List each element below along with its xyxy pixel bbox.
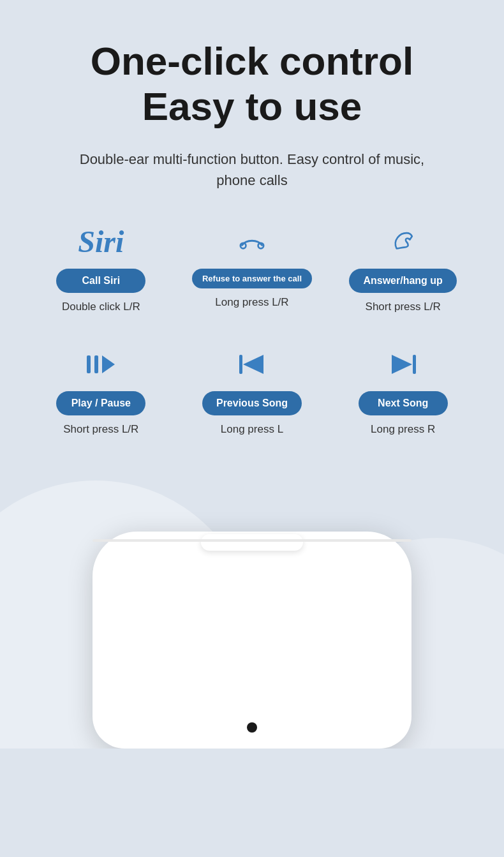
play-pause-desc: Short press L/R	[63, 423, 138, 436]
prev-song-badge: Previous Song	[202, 391, 302, 415]
control-item-prev: Previous Song Long press L	[188, 345, 316, 436]
earbuds-area	[0, 468, 504, 749]
svg-point-0	[241, 242, 246, 248]
prev-song-icon	[233, 345, 271, 384]
main-title: One-click control Easy to use	[91, 38, 413, 130]
call-siri-desc: Double click L/R	[62, 301, 140, 313]
next-song-icon	[384, 345, 422, 384]
control-item-siri: Siri Call Siri Double click L/R	[37, 223, 165, 313]
call-siri-badge: Call Siri	[56, 269, 145, 293]
refuse-badge: Refuse to answer the call	[192, 269, 312, 288]
svg-rect-5	[239, 355, 242, 374]
control-item-next: Next Song Long press R	[339, 345, 467, 436]
subtitle: Double-ear multi-function button. Easy c…	[73, 149, 431, 191]
refuse-desc: Long press L/R	[215, 296, 288, 309]
answer-badge: Answer/hang up	[349, 269, 456, 293]
controls-row-2: Play / Pause Short press L/R Previous So…	[26, 345, 478, 436]
control-item-refuse: Refuse to answer the call Long press L/R	[188, 223, 316, 309]
svg-marker-8	[392, 355, 412, 374]
control-item-play-pause: Play / Pause Short press L/R	[37, 345, 165, 436]
page-wrapper: One-click control Easy to use Double-ear…	[0, 0, 504, 461]
control-item-answer: Answer/hang up Short press L/R	[339, 223, 467, 313]
case-lid	[201, 534, 303, 551]
controls-row-1: Siri Call Siri Double click L/R Refuse t…	[26, 223, 478, 313]
svg-rect-7	[413, 355, 416, 374]
play-pause-icon	[82, 345, 120, 384]
play-pause-badge: Play / Pause	[56, 391, 145, 415]
case-hinge-line	[93, 539, 411, 542]
svg-marker-6	[243, 355, 263, 374]
next-song-desc: Long press R	[371, 423, 435, 436]
svg-rect-3	[94, 355, 98, 373]
svg-point-1	[258, 242, 264, 248]
svg-rect-2	[87, 355, 91, 373]
phone-answer-icon	[387, 223, 420, 261]
next-song-badge: Next Song	[359, 391, 448, 415]
controls-section: Siri Call Siri Double click L/R Refuse t…	[26, 223, 478, 436]
case-dot	[247, 722, 257, 733]
case-body	[93, 532, 411, 749]
siri-icon: Siri	[78, 223, 124, 261]
svg-marker-4	[102, 355, 115, 373]
prev-song-desc: Long press L	[221, 423, 283, 436]
phone-hang-icon	[235, 223, 269, 261]
answer-desc: Short press L/R	[366, 301, 441, 313]
